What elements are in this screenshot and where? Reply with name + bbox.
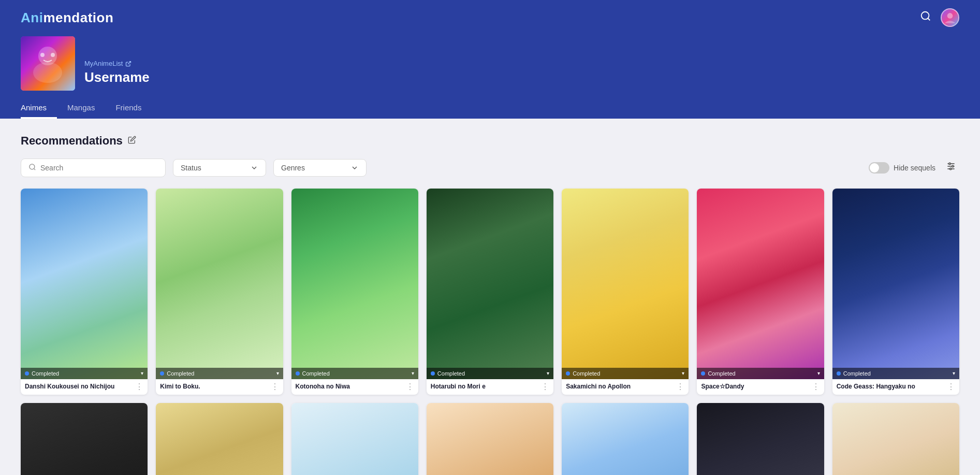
status-chevron-icon: ▾ [953,370,955,376]
status-dot [837,371,841,376]
genres-dropdown-label: Genres [281,164,305,172]
profile-info: MyAnimeList Username [84,60,150,91]
card-menu-icon[interactable]: ⋮ [406,383,414,391]
anime-card-sakamichi[interactable]: Completed ▾ Sakamichi no Apollon ⋮ [562,189,689,395]
svg-point-0 [922,12,929,20]
status-dot [160,371,164,376]
card-title: Kotonoha no Niwa [296,383,404,391]
main-content: Recommendations Status Genres Hide seque… [0,119,980,475]
card-status-badge[interactable]: Completed ▾ [21,368,148,379]
status-text: Completed [167,370,276,377]
card-status-badge[interactable]: Completed ▾ [562,368,689,379]
card-footer: Code Geass: Hangyaku no ⋮ [832,379,959,395]
anime-card-hotarubi[interactable]: Completed ▾ Hotarubi no Mori e ⋮ [427,189,553,395]
anime-card-card8[interactable]: Completed ▾ ⋮ [21,403,148,475]
edit-recommendations-icon[interactable] [128,136,136,146]
card-menu-icon[interactable]: ⋮ [812,383,820,391]
genres-dropdown[interactable]: Genres [273,159,367,177]
card-status-badge[interactable]: Completed ▾ [291,368,418,379]
card-image: Completed ▾ [427,403,553,475]
status-chevron-icon: ▾ [141,370,143,376]
mal-link[interactable]: MyAnimeList [84,60,150,67]
card-image: Completed ▾ [156,189,283,379]
card-menu-icon[interactable]: ⋮ [541,383,549,391]
svg-point-16 [952,165,954,167]
anime-card-card13[interactable]: Completed ▾ ⋮ [697,403,824,475]
anime-card-card9[interactable]: Completed ▾ ⋮ [156,403,283,475]
card-footer: Danshi Koukousei no Nichijou ⋮ [21,379,148,395]
card-image: Completed ▾ [427,189,553,379]
card-footer: Space☆Dandy ⋮ [697,379,824,395]
card-image: Completed ▾ [562,189,689,379]
user-avatar[interactable] [941,8,959,27]
anime-card-card10[interactable]: Completed ▾ ⋮ [291,403,418,475]
card-menu-icon[interactable]: ⋮ [135,383,143,391]
card-title: Code Geass: Hangyaku no [837,383,945,391]
anime-card-card11[interactable]: Completed ▾ ⋮ [427,403,553,475]
card-status-badge[interactable]: Completed ▾ [697,368,824,379]
nav-tabs: Animes Mangas Friends [21,98,959,119]
status-chevron-icon: ▾ [276,370,279,376]
status-text: Completed [573,370,682,377]
logo-part1: Ani [21,10,43,25]
status-dot [25,371,29,376]
card-footer: Sakamichi no Apollon ⋮ [562,379,689,395]
card-status-badge[interactable]: Completed ▾ [156,368,283,379]
svg-line-11 [34,168,35,170]
card-title: Space☆Dandy [701,383,809,391]
hide-sequels-row: Hide sequels [869,162,935,174]
header-banner: Animendation [0,0,980,119]
card-title: Kimi to Boku. [160,383,268,391]
anime-card-space-dandy[interactable]: Completed ▾ Space☆Dandy ⋮ [697,189,824,395]
profile-section: MyAnimeList Username [21,31,959,91]
card-image: Completed ▾ [21,403,148,475]
anime-cards-row2: Completed ▾ ⋮ Completed ▾ ⋮ Completed ▾ [21,403,959,475]
card-title: Hotarubi no Mori e [431,383,539,391]
top-bar: Animendation [21,0,959,31]
search-input[interactable] [40,164,158,172]
status-chevron-icon: ▾ [817,370,820,376]
anime-card-kotonoha[interactable]: Completed ▾ Kotonoha no Niwa ⋮ [291,189,418,395]
status-dot [566,371,570,376]
card-status-badge[interactable]: Completed ▾ [427,368,553,379]
status-text: Completed [708,370,817,377]
anime-cards-row1: Completed ▾ Danshi Koukousei no Nichijou… [21,189,959,395]
search-box[interactable] [21,159,166,177]
card-image: Completed ▾ [291,403,418,475]
card-menu-icon[interactable]: ⋮ [947,383,955,391]
section-title: Recommendations [21,134,123,148]
anime-card-code-geass[interactable]: Completed ▾ Code Geass: Hangyaku no ⋮ [832,189,959,395]
svg-point-8 [51,53,55,57]
tab-mangas[interactable]: Mangas [67,98,105,119]
card-image: Completed ▾ [697,403,824,475]
tab-friends[interactable]: Friends [115,98,152,119]
svg-point-6 [33,62,62,83]
card-footer: Kimi to Boku. ⋮ [156,379,283,395]
controls-row: Status Genres Hide sequels [21,158,959,177]
card-status-badge[interactable]: Completed ▾ [832,368,959,379]
app-logo[interactable]: Animendation [21,10,113,26]
filter-button[interactable] [943,158,959,177]
card-image: Completed ▾ [832,189,959,379]
tab-animes[interactable]: Animes [21,98,57,119]
anime-card-card14[interactable]: Completed ▾ ⋮ [832,403,959,475]
svg-point-10 [30,164,35,169]
card-footer: Kotonoha no Niwa ⋮ [291,379,418,395]
card-image: Completed ▾ [21,189,148,379]
svg-point-15 [949,163,950,164]
svg-line-1 [928,18,930,20]
card-menu-icon[interactable]: ⋮ [676,383,684,391]
card-image: Completed ▾ [832,403,959,475]
status-dropdown[interactable]: Status [173,159,266,177]
anime-card-danshi[interactable]: Completed ▾ Danshi Koukousei no Nichijou… [21,189,148,395]
anime-card-card12[interactable]: Completed ▾ ⋮ [562,403,689,475]
search-box-icon [28,163,36,172]
card-menu-icon[interactable]: ⋮ [271,383,279,391]
hide-sequels-toggle[interactable] [869,162,889,174]
svg-point-7 [40,53,45,57]
logo-part2: mendation [43,10,113,25]
anime-card-kimi-to-boku[interactable]: Completed ▾ Kimi to Boku. ⋮ [156,189,283,395]
status-chevron-icon: ▾ [682,370,684,376]
global-search-icon[interactable] [920,10,931,25]
card-image: Completed ▾ [697,189,824,379]
